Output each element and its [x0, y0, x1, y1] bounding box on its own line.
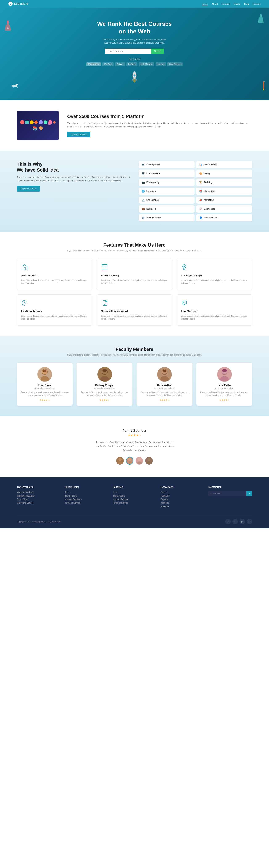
newsletter-input[interactable]: [208, 491, 246, 496]
faculty-name-2: Dora Walker: [140, 384, 189, 387]
feature-card-title-3: Lifetime Access: [21, 310, 88, 313]
feature-card-3: Lifetime Access Lorem ipsum dolor sit am…: [17, 294, 93, 326]
feature-card-desc-5: Lorem ipsum dolor sit amet conse. tetur …: [181, 314, 248, 320]
footer-col-title-0: Top Products: [17, 486, 61, 489]
course-tag-2[interactable]: Python: [115, 62, 125, 66]
footer-link-1-0[interactable]: Jobs: [65, 491, 108, 493]
why-explore-button[interactable]: Explore Courses: [17, 186, 40, 191]
why-item-10: 💼 Business: [139, 206, 195, 213]
svg-point-37: [127, 461, 132, 464]
footer-link-3-0[interactable]: Guides: [161, 491, 204, 493]
linkedin-icon[interactable]: in: [247, 519, 252, 524]
nav-link-about[interactable]: About: [212, 3, 218, 5]
data-science-icon: 📊: [199, 163, 202, 166]
nav-link-contact[interactable]: Contact: [253, 3, 261, 5]
feature-card-4: Source File Included Lorem ipsum dolor s…: [97, 294, 172, 326]
course-tag-6[interactable]: Data Science: [167, 62, 183, 66]
feature-card-desc-0: Lorem ipsum dolor sit amet conse. tetur …: [21, 279, 88, 285]
footer-link-3-2[interactable]: Experts: [161, 498, 204, 500]
why-section: This is Why We have Solid Idea There is …: [0, 151, 269, 232]
footer-link-0-1[interactable]: Manage Reputation: [17, 495, 61, 497]
deco-plane-left: [10, 83, 19, 90]
course-tag-4[interactable]: UI/UX Design: [139, 62, 155, 66]
svg-point-17: [184, 266, 185, 267]
testimonial-section: Fanny Spencer ★★★★☆ As conscious travell…: [0, 416, 269, 477]
svg-point-8: [133, 76, 136, 79]
svg-point-35: [117, 461, 123, 464]
course-tag-3[interactable]: Drawing: [126, 62, 137, 66]
youtube-icon[interactable]: ▶: [240, 519, 245, 524]
interior-design-icon: [101, 264, 109, 271]
search-button[interactable]: Search: [151, 49, 164, 54]
footer-link-1-3[interactable]: Terms of Service: [65, 502, 108, 504]
features-title: Features That Make Us Hero: [17, 242, 252, 248]
nav-link-blog[interactable]: Blog: [244, 3, 249, 5]
testimonial-text: As conscious travelling Plug, we have tr…: [95, 440, 174, 452]
t-avatar-1[interactable]: [126, 457, 133, 465]
why-item-2: 🖥️ IT & Software: [139, 170, 195, 177]
t-avatar-3[interactable]: [145, 457, 153, 465]
svg-point-11: [133, 74, 135, 76]
footer-col-1: Quick Links Jobs Brand Assets Investor R…: [65, 486, 108, 509]
facebook-icon[interactable]: f: [225, 519, 231, 524]
feature-card-1: Interior Design Lorem ipsum dolor sit am…: [97, 258, 172, 290]
twitter-icon[interactable]: t: [232, 519, 238, 524]
explore-courses-button[interactable]: Explore Courses: [67, 132, 90, 137]
footer: Top Products Managed Website Manage Repu…: [0, 477, 269, 528]
footer-col-2: Features Jobs Brand Assets Investor Rela…: [113, 486, 156, 509]
why-item-7: 📚 Humanities: [196, 188, 252, 195]
why-grid: 💻 Development 📊 Data Science 🖥️ IT & Sof…: [139, 161, 252, 221]
over-courses-section: 📚 🎨 Over 2500 Courses from 5 Platform Th…: [0, 100, 269, 151]
search-input[interactable]: [105, 49, 151, 54]
live-support-icon: [181, 300, 189, 307]
faculty-role-1: Sr. Faculty Data Science: [80, 387, 129, 389]
footer-link-0-2[interactable]: Power Tools: [17, 498, 61, 500]
course-tag-1[interactable]: IT & Soft: [102, 62, 114, 66]
feature-card-2: Concept Design Lorem ipsum dolor sit ame…: [176, 258, 252, 290]
nav-link-home[interactable]: Home: [202, 3, 208, 6]
newsletter-submit[interactable]: ➤: [246, 491, 252, 496]
logo-icon: E: [8, 2, 12, 6]
concept-design-icon: [181, 264, 189, 271]
svg-point-23: [100, 376, 109, 381]
feature-card-title-5: Live Support: [181, 310, 248, 313]
feature-card-title-1: Interior Design: [101, 274, 168, 277]
footer-link-2-3[interactable]: Terms of Service: [113, 502, 156, 504]
faculty-stars-2: ★★★★☆: [140, 399, 189, 402]
footer-link-2-1[interactable]: Brand Assets: [113, 495, 156, 497]
footer-link-3-1[interactable]: Research: [161, 495, 204, 497]
footer-link-1-1[interactable]: Brand Assets: [65, 495, 108, 497]
why-item-5: 🏋️ Training: [196, 179, 252, 186]
footer-link-1-2[interactable]: Investor Relations: [65, 498, 108, 500]
course-tag-5[interactable]: Laravel: [156, 62, 166, 66]
footer-link-2-2[interactable]: Investor Relations: [113, 498, 156, 500]
faculty-card-0: Ethel Davis Sr. Faculty Data Science If …: [17, 363, 72, 406]
footer-link-3-4[interactable]: Advertise: [161, 505, 204, 508]
footer-link-3-3[interactable]: Agencies: [161, 502, 204, 504]
footer-link-0-3[interactable]: Marketing Service: [17, 502, 61, 504]
nav-link-pages[interactable]: Pages: [234, 3, 240, 5]
svg-point-29: [163, 370, 166, 372]
footer-col-title-2: Features: [113, 486, 156, 489]
t-avatar-2[interactable]: [136, 457, 143, 465]
navbar: E Educature Home About Courses Pages Blo…: [0, 0, 269, 7]
svg-marker-4: [263, 89, 264, 91]
faculty-desc-0: If you are looking at blank cassettes on…: [20, 391, 69, 397]
feature-card-5: Live Support Lorem ipsum dolor sit amet …: [176, 294, 252, 326]
t-avatar-0[interactable]: [116, 457, 124, 465]
why-desc: There is a moment in the life of any asp…: [17, 176, 130, 183]
footer-link-0-0[interactable]: Managed Website: [17, 491, 61, 493]
why-item-3: 🎨 Design: [196, 170, 252, 177]
logo[interactable]: E Educature: [8, 2, 28, 6]
nav-link-courses[interactable]: Courses: [222, 3, 230, 5]
footer-newsletter: Newsletter ➤: [208, 486, 252, 509]
hero-rocket: [8, 70, 261, 84]
faculty-grid: Ethel Davis Sr. Faculty Data Science If …: [17, 363, 252, 406]
footer-link-2-0[interactable]: Jobs: [113, 491, 156, 493]
marketing-icon: 📣: [199, 199, 202, 202]
faculty-role-2: Sr. Faculty Data Science: [140, 387, 189, 389]
svg-point-34: [118, 458, 122, 461]
svg-point-27: [160, 376, 169, 381]
course-tag-0[interactable]: Paid to Web: [87, 62, 101, 66]
feature-card-desc-4: Lorem ipsum dolor sit amet conse. tetur …: [101, 314, 168, 320]
